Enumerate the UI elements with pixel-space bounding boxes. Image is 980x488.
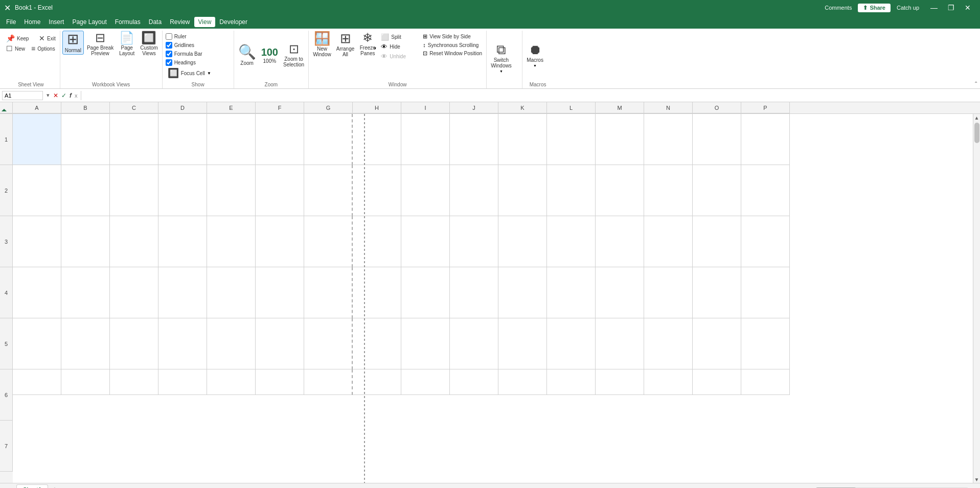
col-header-c[interactable]: C xyxy=(110,102,158,113)
cell-g5[interactable] xyxy=(304,318,353,369)
col-header-e[interactable]: E xyxy=(207,102,256,113)
zoom-100-button[interactable]: 100 100% xyxy=(259,46,280,65)
macros-button[interactable]: ⏺ Macros ▼ xyxy=(525,42,545,68)
cell-i3[interactable] xyxy=(401,216,450,267)
menu-page-layout[interactable]: Page Layout xyxy=(68,17,110,27)
ruler-checkbox-item[interactable]: Ruler xyxy=(165,33,188,40)
menu-file[interactable]: File xyxy=(2,17,20,27)
cell-n1[interactable] xyxy=(644,114,693,165)
cell-i6[interactable] xyxy=(401,369,450,395)
menu-home[interactable]: Home xyxy=(20,17,44,27)
menu-view[interactable]: View xyxy=(194,17,216,27)
formula-bar-checkbox-item[interactable]: Formula Bar xyxy=(165,50,203,58)
cell-i2[interactable] xyxy=(401,165,450,216)
cell-b6[interactable] xyxy=(61,369,110,395)
comments-button[interactable]: Comments xyxy=(821,4,856,12)
close-button[interactable]: ✕ xyxy=(960,2,976,14)
formula-input[interactable] xyxy=(84,91,978,100)
cell-h4[interactable] xyxy=(353,267,401,318)
cell-h1[interactable] xyxy=(353,114,401,165)
cell-a5[interactable] xyxy=(13,318,61,369)
cell-o1[interactable] xyxy=(693,114,741,165)
keep-button[interactable]: 📌 Keep xyxy=(4,34,35,43)
cell-b1[interactable] xyxy=(61,114,110,165)
cell-k5[interactable] xyxy=(498,318,547,369)
cell-h2[interactable] xyxy=(353,165,401,216)
cell-g4[interactable] xyxy=(304,267,353,318)
page-layout-button[interactable]: 📄 PageLayout xyxy=(117,31,137,57)
menu-insert[interactable]: Insert xyxy=(44,17,68,27)
cell-f6[interactable] xyxy=(256,369,304,395)
accept-formula-icon[interactable]: ✓ xyxy=(60,91,67,100)
menu-review[interactable]: Review xyxy=(166,17,194,27)
cell-n2[interactable] xyxy=(644,165,693,216)
share-button[interactable]: ⬆ Share xyxy=(858,4,891,12)
cell-o3[interactable] xyxy=(693,216,741,267)
focus-cell-button[interactable]: 🔲 Focus Cell ▼ xyxy=(166,67,213,79)
cell-k4[interactable] xyxy=(498,267,547,318)
cell-l1[interactable] xyxy=(547,114,596,165)
col-header-m[interactable]: M xyxy=(596,102,644,113)
gridlines-checkbox-item[interactable]: Gridlines xyxy=(165,41,195,49)
cell-l3[interactable] xyxy=(547,216,596,267)
normal-view-button[interactable]: ⊞ Normal xyxy=(62,31,84,55)
cell-e2[interactable] xyxy=(207,165,256,216)
custom-views-button[interactable]: 🔲 CustomViews xyxy=(138,31,159,57)
catchup-button[interactable]: Catch up xyxy=(893,4,923,12)
cell-a6[interactable] xyxy=(13,369,61,395)
sheet-tab-sheet1[interactable]: Sheet1 xyxy=(16,484,48,489)
row-header-3[interactable]: 3 xyxy=(0,216,13,267)
cell-a4[interactable] xyxy=(13,267,61,318)
arrange-all-button[interactable]: ⊞ ArrangeAll xyxy=(334,31,357,58)
options-button[interactable]: ≡ Options xyxy=(29,44,57,53)
menu-formulas[interactable]: Formulas xyxy=(111,17,145,27)
hscroll-left-arrow[interactable]: ◂ xyxy=(810,486,813,488)
col-header-k[interactable]: K xyxy=(498,102,547,113)
cell-o4[interactable] xyxy=(693,267,741,318)
vertical-scrollbar[interactable]: ▲ ▼ xyxy=(973,114,980,483)
col-header-g[interactable]: G xyxy=(304,102,353,113)
cell-g1[interactable] xyxy=(304,114,353,165)
cell-e6[interactable] xyxy=(207,369,256,395)
col-header-j[interactable]: J xyxy=(450,102,498,113)
col-header-i[interactable]: I xyxy=(401,102,450,113)
cell-j1[interactable] xyxy=(450,114,498,165)
row-header-6[interactable]: 6 xyxy=(0,369,13,421)
cell-o5[interactable] xyxy=(693,318,741,369)
cell-b3[interactable] xyxy=(61,216,110,267)
cell-h6[interactable] xyxy=(353,369,401,395)
cell-p6[interactable] xyxy=(741,369,790,395)
cell-a2[interactable] xyxy=(13,165,61,216)
col-header-o[interactable]: O xyxy=(693,102,741,113)
cell-m2[interactable] xyxy=(596,165,644,216)
cell-d3[interactable] xyxy=(158,216,207,267)
cell-j2[interactable] xyxy=(450,165,498,216)
cell-c6[interactable] xyxy=(110,369,158,395)
menu-data[interactable]: Data xyxy=(145,17,166,27)
scroll-down-arrow[interactable]: ▼ xyxy=(973,476,980,483)
cell-l2[interactable] xyxy=(547,165,596,216)
cell-c4[interactable] xyxy=(110,267,158,318)
cell-j5[interactable] xyxy=(450,318,498,369)
cell-l6[interactable] xyxy=(547,369,596,395)
cell-f1[interactable] xyxy=(256,114,304,165)
sync-scrolling-button[interactable]: ↕ Synchronous Scrolling xyxy=(421,41,484,49)
cell-m1[interactable] xyxy=(596,114,644,165)
col-header-p[interactable]: P xyxy=(741,102,790,113)
cell-b2[interactable] xyxy=(61,165,110,216)
gridlines-checkbox[interactable] xyxy=(166,42,172,49)
cell-d6[interactable] xyxy=(158,369,207,395)
insert-function-icon[interactable]: f xyxy=(69,91,73,100)
row-header-7[interactable]: 7 xyxy=(0,421,13,472)
cell-g6[interactable] xyxy=(304,369,353,395)
page-break-preview-button[interactable]: ⊟ Page BreakPreview xyxy=(85,31,116,57)
row-header-2[interactable]: 2 xyxy=(0,165,13,216)
zoom-button[interactable]: 🔍 Zoom xyxy=(236,44,258,67)
freeze-panes-button[interactable]: ❄ FreezePanes ▼ xyxy=(357,31,378,57)
cell-d1[interactable] xyxy=(158,114,207,165)
cell-reference-input[interactable] xyxy=(2,91,43,100)
cell-l5[interactable] xyxy=(547,318,596,369)
ruler-checkbox[interactable] xyxy=(166,33,172,40)
col-header-f[interactable]: F xyxy=(256,102,304,113)
cell-d5[interactable] xyxy=(158,318,207,369)
